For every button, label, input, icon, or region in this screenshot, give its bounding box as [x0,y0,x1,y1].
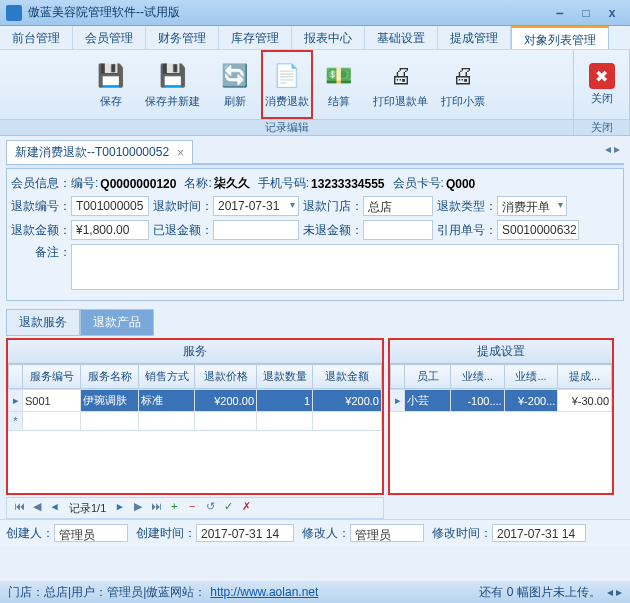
pager-text: 记录1/1 [69,501,106,516]
refund-time-input[interactable]: 2017-07-31 [213,196,299,216]
status-site-label: 傲蓝网站： [146,584,206,601]
tab-scroll-icon[interactable]: ◂ ▸ [601,140,624,158]
menu-tab-1[interactable]: 会员管理 [73,26,146,49]
status-site-link[interactable]: http://www.aolan.net [210,585,318,599]
ribbon-保存并新建[interactable]: 💾保存并新建 [137,50,209,119]
service-grid-header: 服务编号服务名称 销售方式退款价格 退款数量退款金额 [9,365,382,389]
ribbon-刷新[interactable]: 🔄刷新 [209,50,261,119]
ref-bill-input[interactable]: S0010000632 [497,220,579,240]
status-nav-icon[interactable]: ◂ ▸ [607,585,622,599]
pager-cancel[interactable]: ✗ [238,500,254,516]
menu-tab-5[interactable]: 基础设置 [365,26,438,49]
window-title: 傲蓝美容院管理软件--试用版 [28,4,546,21]
refund-amount-input[interactable]: ¥1,800.00 [71,220,149,240]
ribbon-打印退款单[interactable]: 🖨打印退款单 [365,50,437,119]
create-time-input[interactable]: 2017-07-31 14 [196,524,294,542]
refund-no-input[interactable]: T001000005 [71,196,149,216]
maximize-button[interactable]: □ [574,4,598,22]
refund-type-input[interactable]: 消费开单 [497,196,567,216]
menu-tab-6[interactable]: 提成管理 [438,26,511,49]
minimize-button[interactable]: ‒ [548,4,572,22]
ribbon-icon: 🔄 [219,60,251,92]
service-row-empty[interactable]: * [9,412,382,431]
app-icon [6,5,22,21]
service-grid: 服务 服务编号服务名称 销售方式退款价格 退款数量退款金额 ▸ S001 伊琬调… [6,338,384,495]
commission-grid-title: 提成设置 [390,340,612,364]
menu-tab-3[interactable]: 库存管理 [219,26,292,49]
menu-tab-2[interactable]: 财务管理 [146,26,219,49]
memo-input[interactable] [71,244,619,290]
close-window-button[interactable]: x [600,4,624,22]
creator-input[interactable]: 管理员 [54,524,128,542]
ribbon-group-title: 记录编辑 [0,119,573,135]
pager-prev[interactable]: ◀ [29,500,45,516]
unrefunded-input[interactable] [363,220,433,240]
pager-first[interactable]: ⏮ [11,500,27,516]
ribbon: 💾保存💾保存并新建🔄刷新📄消费退款💵结算🖨打印退款单🖨打印小票 记录编辑 ✖ 关… [0,50,630,136]
pager-remove[interactable]: − [184,500,200,516]
service-grid-title: 服务 [8,340,382,364]
tab-refund-service[interactable]: 退款服务 [6,309,80,336]
ribbon-group-title-close: 关闭 [574,119,629,135]
pager-next[interactable]: ▶ [130,500,146,516]
menu-tab-4[interactable]: 报表中心 [292,26,365,49]
pager-add[interactable]: + [166,500,182,516]
pager-apply[interactable]: ✓ [220,500,236,516]
document-tab[interactable]: 新建消费退款--T0010000052 × [6,140,193,164]
document-tab-title: 新建消费退款--T0010000052 [15,144,169,161]
ribbon-消费退款[interactable]: 📄消费退款 [261,50,313,119]
pager-prev-record[interactable]: ◂ [47,500,63,516]
member-id: Q0000000120 [100,177,176,191]
service-row[interactable]: ▸ S001 伊琬调肤标准 ¥200.001 ¥200.0 [9,390,382,412]
member-name: 柒久久 [214,175,250,192]
document-tab-close[interactable]: × [177,146,184,160]
menu-tab-0[interactable]: 前台管理 [0,26,73,49]
audit-footer: 创建人： 管理员 创建时间： 2017-07-31 14 修改人： 管理员 修改… [0,519,630,546]
commission-grid-header: 员工业绩... 业绩...提成... [391,365,612,389]
ribbon-close-button[interactable]: ✖ 关闭 [576,50,628,119]
refund-store-input[interactable]: 总店 [363,196,433,216]
modifier-input[interactable]: 管理员 [350,524,424,542]
pager-next-record[interactable]: ▸ [112,500,128,516]
modify-time-input[interactable]: 2017-07-31 14 [492,524,586,542]
commission-row[interactable]: ▸ 小芸 -100.... ¥-200... ¥-30.00 [391,390,612,412]
refund-form: 会员信息： 编号: Q0000000120 名称: 柒久久 手机号码: 1323… [6,169,624,301]
ribbon-icon: 🖨 [447,60,479,92]
ribbon-icon: 💾 [95,60,127,92]
menu-tab-7[interactable]: 对象列表管理 [511,26,609,49]
ribbon-保存[interactable]: 💾保存 [85,50,137,119]
status-store: 门店：总店 [8,584,68,601]
commission-grid: 提成设置 员工业绩... 业绩...提成... ▸ 小芸 -100.... ¥-… [388,338,614,495]
ribbon-icon: 💵 [323,60,355,92]
pager-undo[interactable]: ↺ [202,500,218,516]
status-upload: 还有 0 幅图片未上传。 [479,584,600,601]
tab-refund-product[interactable]: 退款产品 [80,309,154,336]
close-icon: ✖ [589,63,615,89]
member-phone: 13233334555 [311,177,384,191]
ribbon-结算[interactable]: 💵结算 [313,50,365,119]
member-card: Q000 [446,177,475,191]
refunded-input[interactable] [213,220,299,240]
status-user: 用户：管理员 [71,584,143,601]
ribbon-icon: 💾 [157,60,189,92]
ribbon-打印小票[interactable]: 🖨打印小票 [437,50,489,119]
ribbon-icon: 🖨 [385,60,417,92]
pager-last[interactable]: ⏭ [148,500,164,516]
pager: ⏮ ◀ ◂ 记录1/1 ▸ ▶ ⏭ + − ↺ ✓ ✗ [6,497,384,519]
ribbon-icon: 📄 [271,60,303,92]
statusbar: 门店：总店 | 用户：管理员 | 傲蓝网站： http://www.aolan.… [0,581,630,603]
main-menu: 前台管理会员管理财务管理库存管理报表中心基础设置提成管理对象列表管理 [0,26,630,50]
